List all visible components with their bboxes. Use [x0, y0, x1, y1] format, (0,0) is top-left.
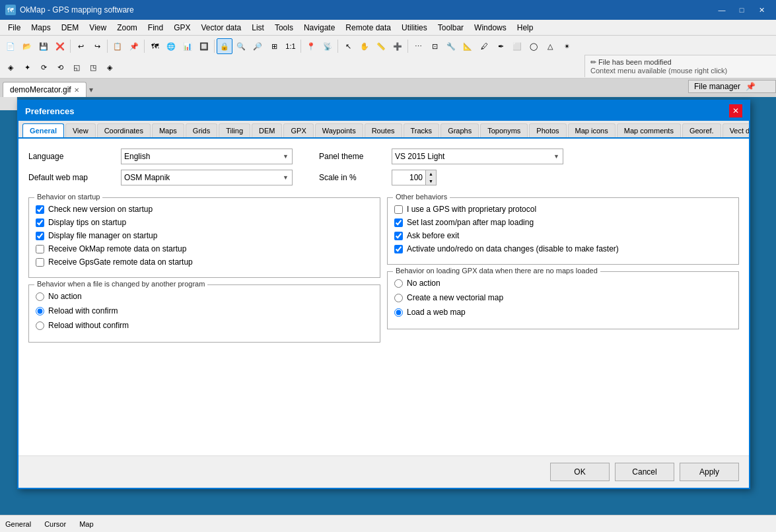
- tab-dropdown-arrow[interactable]: ▾: [89, 85, 93, 97]
- tab-vect-data[interactable]: Vect data: [723, 123, 749, 137]
- cb-receive-gpsgate-input[interactable]: [36, 258, 44, 267]
- tb-undo[interactable]: ↩: [73, 38, 88, 54]
- tb-measure[interactable]: 📏: [373, 38, 389, 54]
- tab-waypoints[interactable]: Waypoints: [315, 123, 363, 137]
- cb-display-tips-input[interactable]: [36, 218, 44, 227]
- default-web-map-select[interactable]: OSM Mapnik: [121, 170, 293, 185]
- panel-theme-select[interactable]: VS 2015 Light: [392, 149, 563, 164]
- cb-ask-before-exit-input[interactable]: [394, 232, 403, 240]
- tb-save[interactable]: 💾: [36, 38, 52, 54]
- apply-button[interactable]: Apply: [680, 463, 739, 481]
- file-tab-close-icon[interactable]: ✕: [74, 86, 79, 94]
- tb2-1[interactable]: ◈: [3, 59, 18, 75]
- tab-map-icons[interactable]: Map icons: [568, 123, 616, 137]
- tb-map3[interactable]: 📊: [180, 38, 195, 54]
- cb-display-file-manager-input[interactable]: [36, 232, 44, 240]
- menu-view[interactable]: View: [84, 20, 112, 35]
- tb2-5[interactable]: ◱: [69, 59, 85, 75]
- tab-coordinates[interactable]: Coordinates: [97, 123, 151, 137]
- radio-gpx-no-action-input[interactable]: [394, 279, 403, 288]
- tb-copy[interactable]: 📋: [110, 38, 125, 54]
- maximize-button[interactable]: □: [732, 3, 751, 17]
- radio-reload-confirm-input[interactable]: [36, 307, 44, 316]
- tb-more6[interactable]: ✒: [493, 38, 509, 54]
- menu-vector-data[interactable]: Vector data: [196, 20, 247, 35]
- tab-georef[interactable]: Georef.: [682, 123, 721, 137]
- tb-more1[interactable]: ⋯: [410, 38, 426, 54]
- menu-dem[interactable]: DEM: [56, 20, 85, 35]
- scale-up-arrow[interactable]: ▲: [425, 170, 436, 178]
- tb-more8[interactable]: ◯: [526, 38, 542, 54]
- cb-set-last-zoom-input[interactable]: [394, 218, 403, 227]
- radio-no-action-input[interactable]: [36, 292, 44, 301]
- file-tab-demomercator[interactable]: demoMercator.gif ✕: [3, 82, 87, 97]
- tab-graphs[interactable]: Graphs: [441, 123, 479, 137]
- cancel-button[interactable]: Cancel: [615, 463, 674, 481]
- pref-close-button[interactable]: ✕: [729, 104, 742, 117]
- tb-cursor[interactable]: ↖: [340, 38, 356, 54]
- menu-utilities[interactable]: Utilities: [396, 20, 433, 35]
- cb-receive-okmap-input[interactable]: [36, 245, 44, 253]
- tb-map2[interactable]: 🌐: [163, 38, 179, 54]
- radio-gpx-create-vectorial-input[interactable]: [394, 294, 403, 302]
- status-cursor[interactable]: Cursor: [44, 520, 66, 528]
- tb-open[interactable]: 📂: [19, 38, 35, 54]
- tab-map-comments[interactable]: Map comments: [617, 123, 681, 137]
- tb-more4[interactable]: 📐: [460, 38, 476, 54]
- tb-zoom-fit[interactable]: ⊞: [266, 38, 282, 54]
- minimize-button[interactable]: —: [713, 3, 731, 17]
- tb-more3[interactable]: 🔧: [443, 38, 459, 54]
- tab-gpx[interactable]: GPX: [283, 123, 313, 137]
- cb-check-new-version-input[interactable]: [36, 205, 44, 214]
- tb-more5[interactable]: 🖊: [476, 38, 492, 54]
- cb-undo-redo-input[interactable]: [394, 245, 403, 253]
- menu-list[interactable]: List: [246, 20, 269, 35]
- tb-new[interactable]: 📄: [3, 38, 18, 54]
- tb-zoom-1[interactable]: 1:1: [283, 38, 299, 54]
- menu-remote-data[interactable]: Remote data: [340, 20, 396, 35]
- menu-tools[interactable]: Tools: [269, 20, 299, 35]
- close-button[interactable]: ✕: [752, 3, 771, 17]
- tb-zoom-out[interactable]: 🔎: [250, 38, 265, 54]
- menu-windows[interactable]: Windows: [469, 20, 512, 35]
- tab-routes[interactable]: Routes: [365, 123, 402, 137]
- tb-more7[interactable]: ⬜: [509, 38, 525, 54]
- menu-navigate[interactable]: Navigate: [299, 20, 340, 35]
- tab-photos[interactable]: Photos: [529, 123, 566, 137]
- menu-file[interactable]: File: [3, 20, 26, 35]
- radio-reload-no-confirm-input[interactable]: [36, 321, 44, 330]
- menu-maps[interactable]: Maps: [26, 20, 55, 35]
- tab-tiling[interactable]: Tiling: [219, 123, 250, 137]
- tab-dem[interactable]: DEM: [252, 123, 282, 137]
- menu-help[interactable]: Help: [512, 20, 539, 35]
- language-select[interactable]: English: [121, 149, 293, 164]
- tab-toponyms[interactable]: Toponyms: [480, 123, 528, 137]
- tb-plus[interactable]: ➕: [390, 38, 406, 54]
- tb-map4[interactable]: 🔲: [196, 38, 212, 54]
- tb-paste[interactable]: 📌: [126, 38, 142, 54]
- tb-zoom-in[interactable]: 🔍: [233, 38, 249, 54]
- tb-more10[interactable]: ✴: [559, 38, 575, 54]
- radio-gpx-load-web-map-input[interactable]: [394, 308, 403, 317]
- tb-lock[interactable]: 🔒: [217, 38, 232, 54]
- ok-button[interactable]: OK: [550, 463, 610, 481]
- status-map[interactable]: Map: [79, 520, 93, 528]
- menu-gpx[interactable]: GPX: [168, 20, 195, 35]
- tb-close[interactable]: ❌: [52, 38, 68, 54]
- tb2-6[interactable]: ◳: [85, 59, 101, 75]
- tb2-2[interactable]: ✦: [19, 59, 35, 75]
- tb2-4[interactable]: ⟲: [52, 59, 68, 75]
- menu-zoom[interactable]: Zoom: [112, 20, 143, 35]
- cb-gps-proprietary-input[interactable]: [394, 205, 403, 214]
- tab-general[interactable]: General: [22, 123, 64, 139]
- tb-more2[interactable]: ⊡: [427, 38, 442, 54]
- tab-tracks[interactable]: Tracks: [404, 123, 440, 137]
- tb-gps1[interactable]: 📍: [303, 38, 319, 54]
- tb-redo[interactable]: ↪: [89, 38, 105, 54]
- tb-more9[interactable]: △: [542, 38, 558, 54]
- status-general[interactable]: General: [5, 520, 31, 528]
- scale-down-arrow[interactable]: ▼: [425, 178, 436, 185]
- tab-maps[interactable]: Maps: [152, 123, 184, 137]
- tb-map1[interactable]: 🗺: [147, 38, 162, 54]
- menu-find[interactable]: Find: [143, 20, 168, 35]
